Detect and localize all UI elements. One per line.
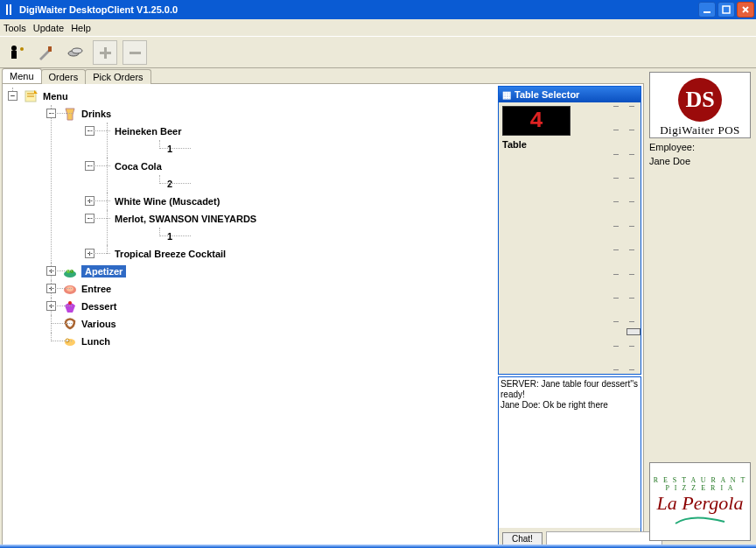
salad-icon bbox=[62, 263, 78, 279]
tree-root[interactable]: Menu bbox=[24, 88, 493, 105]
brand-logo-glyph: DS bbox=[678, 78, 722, 122]
brand-logo: DS DigiWaiter POS bbox=[649, 72, 751, 138]
table-label: Table bbox=[502, 139, 607, 150]
tree-root-label: Menu bbox=[43, 91, 68, 102]
tree-lunch[interactable]: Lunch bbox=[62, 333, 493, 350]
svg-rect-2 bbox=[704, 11, 710, 13]
toolbar-minus-button[interactable] bbox=[122, 40, 147, 65]
minimize-button[interactable] bbox=[698, 2, 716, 18]
tree-apetizer-label: Apetizer bbox=[81, 265, 126, 278]
tree-item-whitewine[interactable]: White Wine (Muscadet) bbox=[115, 193, 493, 210]
toolbar-coins-icon[interactable] bbox=[63, 40, 88, 65]
tree-toggle-root[interactable]: − bbox=[8, 91, 18, 101]
slider-right[interactable] bbox=[626, 106, 637, 370]
svg-rect-7 bbox=[11, 51, 17, 59]
tree-various[interactable]: Various bbox=[62, 315, 493, 333]
tree-qty[interactable]: 1 bbox=[167, 140, 493, 158]
restaurant-top2: P I Z Z E R I A bbox=[666, 484, 735, 492]
tree-toggle-tropical[interactable]: + bbox=[85, 249, 94, 258]
restaurant-flourish bbox=[674, 515, 726, 527]
svg-point-8 bbox=[20, 47, 24, 51]
grid-icon: ▦ bbox=[502, 89, 511, 101]
tree-item-label: Coca Cola bbox=[115, 161, 162, 172]
tree-item-merlot[interactable]: Merlot, SWANSON VINEYARDS bbox=[115, 210, 493, 228]
tree-toggle-coke[interactable]: − bbox=[85, 161, 94, 171]
slider-thumb[interactable] bbox=[626, 328, 640, 335]
restaurant-name: La Pergola bbox=[657, 492, 744, 515]
tree-item-tropical[interactable]: Tropical Breeze Cocktail bbox=[115, 245, 493, 263]
svg-rect-3 bbox=[723, 6, 730, 13]
menu-help[interactable]: Help bbox=[71, 23, 91, 33]
chat-line: Jane Doe: Ok be right there bbox=[500, 400, 639, 411]
svg-point-12 bbox=[72, 48, 82, 53]
tree-drinks[interactable]: Drinks bbox=[62, 105, 493, 123]
tree-pane: − Menu − D bbox=[3, 84, 496, 544]
tree-drinks-label: Drinks bbox=[81, 109, 111, 119]
menu-update[interactable]: Update bbox=[33, 23, 64, 33]
svg-point-20 bbox=[66, 270, 70, 273]
menu-icon bbox=[24, 88, 39, 104]
restaurant-top1: R E S T A U R A N T bbox=[654, 476, 747, 484]
tree-qty-label: 1 bbox=[167, 144, 172, 154]
svg-point-26 bbox=[66, 339, 69, 342]
tab-pickorders[interactable]: Pick Orders bbox=[85, 69, 150, 84]
tree-toggle-heineken[interactable]: − bbox=[85, 126, 94, 136]
tab-menu-label: Menu bbox=[10, 71, 34, 81]
svg-rect-0 bbox=[6, 4, 8, 15]
chat-button-label: Chat! bbox=[512, 534, 533, 544]
maximize-button[interactable] bbox=[718, 2, 735, 18]
svg-point-19 bbox=[64, 270, 76, 278]
pretzel-icon bbox=[62, 316, 78, 332]
close-button[interactable] bbox=[737, 2, 754, 18]
svg-rect-15 bbox=[130, 52, 141, 54]
tabs: Menu Orders Pick Orders bbox=[0, 68, 646, 83]
svg-point-23 bbox=[66, 286, 74, 292]
svg-point-6 bbox=[11, 46, 17, 51]
tab-orders[interactable]: Orders bbox=[41, 69, 87, 84]
toolbar bbox=[0, 37, 756, 68]
chat-input[interactable] bbox=[546, 531, 662, 544]
tree-qty[interactable]: 2 bbox=[167, 175, 493, 193]
brand-name: DigiWaiter POS bbox=[660, 123, 740, 137]
tree-dessert[interactable]: Dessert bbox=[62, 298, 493, 315]
chat-line: SERVER: Jane table four dessert''s ready… bbox=[500, 379, 639, 400]
tree-toggle-entree[interactable]: + bbox=[46, 284, 56, 293]
entree-icon bbox=[62, 281, 78, 297]
tree-toggle-apetizer[interactable]: + bbox=[46, 266, 56, 276]
svg-rect-14 bbox=[100, 52, 111, 54]
content: Menu Orders Pick Orders − Menu bbox=[0, 68, 756, 544]
chat-log: SERVER: Jane table four dessert''s ready… bbox=[499, 377, 640, 528]
tab-pickorders-label: Pick Orders bbox=[93, 72, 143, 82]
chat-send-button[interactable]: Chat! bbox=[502, 532, 542, 545]
tab-menu[interactable]: Menu bbox=[2, 68, 42, 83]
tree-toggle-whitewine[interactable]: + bbox=[85, 196, 94, 206]
tree-toggle-merlot[interactable]: − bbox=[85, 214, 94, 223]
table-selector-panel: ▦ Table Selector 4 Table bbox=[498, 86, 641, 375]
table-sliders bbox=[611, 106, 637, 370]
tree-toggle-dessert[interactable]: + bbox=[46, 301, 56, 311]
restaurant-logo: R E S T A U R A N T P I Z Z E R I A La P… bbox=[649, 462, 751, 541]
svg-point-21 bbox=[70, 270, 74, 273]
employee-label: Employee: bbox=[649, 142, 752, 152]
drink-icon bbox=[62, 106, 78, 122]
toolbar-plus-button[interactable] bbox=[93, 40, 117, 65]
tree-entree[interactable]: Entree bbox=[62, 280, 493, 298]
tree-lunch-label: Lunch bbox=[81, 336, 110, 347]
chat-panel: SERVER: Jane table four dessert''s ready… bbox=[498, 376, 641, 544]
tree-entree-label: Entree bbox=[81, 284, 111, 294]
toolbar-waiter-icon[interactable] bbox=[4, 40, 28, 65]
tree-item-cocacola[interactable]: Coca Cola bbox=[115, 158, 493, 175]
tree-various-label: Various bbox=[81, 319, 116, 329]
menu-tools[interactable]: Tools bbox=[4, 23, 26, 33]
mid-column: ▦ Table Selector 4 Table bbox=[496, 84, 643, 544]
slider-left[interactable] bbox=[611, 106, 621, 370]
tab-orders-label: Orders bbox=[49, 72, 79, 82]
tree-apetizer[interactable]: Apetizer bbox=[62, 263, 493, 280]
tree-item-heineken[interactable]: Heineken Beer bbox=[115, 123, 493, 140]
svg-point-24 bbox=[68, 301, 72, 305]
tree-toggle-drinks[interactable]: − bbox=[46, 109, 56, 118]
tree-qty-label: 2 bbox=[167, 179, 172, 189]
toolbar-knife-icon[interactable] bbox=[33, 40, 58, 65]
tree-qty[interactable]: 1 bbox=[167, 228, 493, 245]
left-column: Menu Orders Pick Orders − Menu bbox=[0, 68, 646, 544]
